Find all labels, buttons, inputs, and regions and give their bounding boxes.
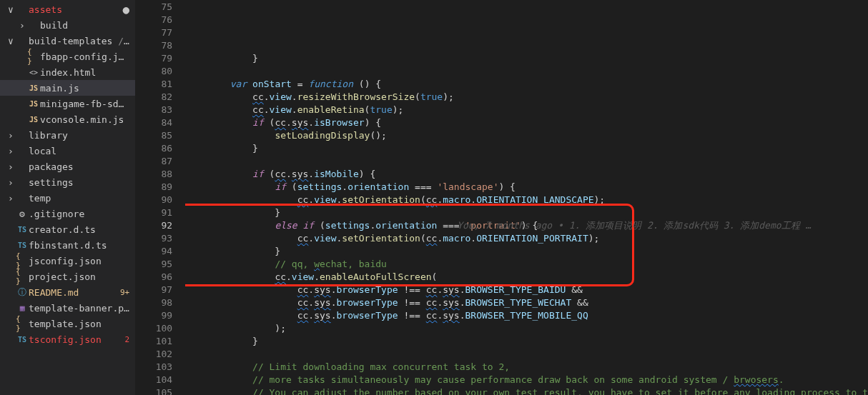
code-line[interactable]: var onStart = function () { [185, 78, 868, 91]
line-number: 87 [135, 155, 172, 168]
code-line[interactable]: } [185, 52, 868, 65]
tree-item-label: vconsole.min.js [40, 114, 129, 125]
code-area[interactable]: You, 7 months ago • 1. 添加项目说明 2. 添加sdk代码… [185, 0, 868, 395]
diamond-icon: <> [27, 69, 40, 76]
code-line[interactable]: } [185, 335, 868, 348]
tree-item[interactable]: TSfbinstant.d.ts [0, 237, 135, 253]
line-number: 93 [135, 232, 172, 245]
tree-item[interactable]: JSminigame-fb-sdk.js [0, 96, 135, 111]
chevron-icon: › [6, 130, 16, 141]
tree-item[interactable]: { }template.json [0, 316, 135, 331]
tree-item-label: fbapp-config.json [40, 51, 129, 62]
code-line[interactable]: ); [185, 322, 868, 335]
info-icon: ⓘ [16, 286, 29, 299]
file-explorer[interactable]: ∨assets●›build∨build-templates / fb-inst… [0, 0, 135, 395]
code-line[interactable]: cc.view.resizeWithBrowserSize(true); [185, 91, 868, 104]
code-line[interactable]: cc.sys.browserType !== cc.sys.BROWSER_TY… [185, 309, 868, 322]
line-number: 98 [135, 296, 172, 309]
js-icon: JS [27, 84, 40, 92]
line-number: 97 [135, 284, 172, 296]
tree-item[interactable]: ›settings [0, 174, 135, 190]
code-line[interactable]: setLoadingDisplay(); [185, 129, 868, 142]
line-number-gutter: 7576777879808182838485868788899091929394… [135, 0, 185, 395]
code-line[interactable]: cc.view.setOrientation(cc.macro.ORIENTAT… [185, 194, 868, 206]
code-line[interactable]: // Limit downloading max concurrent task… [185, 361, 868, 374]
line-number: 103 [135, 361, 172, 374]
line-number: 100 [135, 322, 172, 335]
tree-item[interactable]: ›temp [0, 190, 135, 206]
tree-item-label: creator.d.ts [29, 224, 129, 235]
line-number: 83 [135, 104, 172, 116]
line-number: 91 [135, 206, 172, 219]
code-line[interactable]: // You can adjust the number based on yo… [185, 386, 868, 395]
chevron-icon: ∨ [6, 4, 16, 15]
code-line[interactable]: } [185, 245, 868, 258]
line-number: 81 [135, 78, 172, 91]
tree-item-label: assets [29, 4, 123, 15]
code-line[interactable]: cc.sys.browserType !== cc.sys.BROWSER_TY… [185, 284, 868, 296]
code-line[interactable]: cc.sys.browserType !== cc.sys.BROWSER_TY… [185, 296, 868, 309]
tree-item[interactable]: { }jsconfig.json [0, 253, 135, 269]
code-line[interactable]: } [185, 142, 868, 155]
tree-item[interactable]: JSvconsole.min.js [0, 111, 135, 127]
chevron-icon: › [6, 177, 16, 188]
tree-item-label: temp [29, 193, 129, 204]
tree-item[interactable]: { }project.json [0, 269, 135, 284]
tree-item-badge: 2 [125, 335, 130, 344]
tree-item[interactable]: { }fbapp-config.json [0, 49, 135, 64]
code-line[interactable]: if (cc.sys.isBrowser) { [185, 116, 868, 129]
code-line[interactable]: cc.view.enableAutoFullScreen( [185, 271, 868, 284]
line-number: 90 [135, 194, 172, 206]
chevron-icon: › [17, 20, 27, 31]
line-number: 80 [135, 65, 172, 78]
code-line[interactable]: if (settings.orientation === 'landscape'… [185, 181, 868, 194]
tree-item-label: template-banner.png [29, 303, 129, 314]
tree-item-label: .gitignore [29, 209, 129, 219]
tree-item[interactable]: ⚙.gitignore [0, 206, 135, 221]
tree-item[interactable]: ∨assets● [0, 1, 135, 17]
tree-item[interactable]: ▦template-banner.png [0, 300, 135, 316]
tree-item[interactable]: ›library [0, 127, 135, 143]
line-number: 99 [135, 309, 172, 322]
tree-item-label: template.json [29, 319, 129, 329]
code-line[interactable] [185, 155, 868, 168]
code-line[interactable]: cc.view.enableRetina(true); [185, 104, 868, 116]
line-number: 104 [135, 374, 172, 386]
tree-item[interactable]: ›build [0, 17, 135, 33]
tree-item[interactable]: ⓘREADME.md9+ [0, 284, 135, 300]
line-number: 92 [135, 219, 172, 232]
tree-item-label: tsconfig.json [29, 334, 125, 345]
code-line[interactable]: cc.view.setOrientation(cc.macro.ORIENTAT… [185, 232, 868, 245]
brace-icon: { } [27, 47, 40, 66]
code-line[interactable] [185, 65, 868, 78]
line-number: 94 [135, 245, 172, 258]
line-number: 76 [135, 14, 172, 26]
line-number: 86 [135, 142, 172, 155]
tree-item-label: index.html [40, 67, 129, 78]
tree-item[interactable]: TStsconfig.json2 [0, 331, 135, 347]
line-number: 89 [135, 181, 172, 194]
tree-item[interactable]: TScreator.d.ts [0, 221, 135, 237]
tree-item-label: README.md [29, 287, 120, 298]
gear-icon: ⚙ [16, 209, 29, 219]
tree-item-label: library [29, 130, 129, 141]
code-line[interactable] [185, 348, 868, 361]
code-line[interactable]: // qq, wechat, baidu [185, 258, 868, 271]
tree-item[interactable]: ∨build-templates / fb-instant-games [0, 33, 135, 49]
line-number: 101 [135, 335, 172, 348]
tree-item[interactable]: ›local [0, 143, 135, 159]
line-number: 78 [135, 39, 172, 52]
editor[interactable]: 7576777879808182838485868788899091929394… [135, 0, 868, 395]
line-number: 105 [135, 386, 172, 395]
code-line[interactable]: } [185, 206, 868, 219]
tree-item[interactable]: JSmain.js [0, 80, 135, 96]
code-line[interactable]: if (cc.sys.isMobile) { [185, 168, 868, 181]
tree-item-label: project.json [29, 271, 129, 282]
tree-item[interactable]: ›packages [0, 159, 135, 174]
tree-item-badge: 9+ [120, 288, 129, 297]
code-line[interactable]: // more tasks simultaneously may cause p… [185, 374, 868, 386]
tree-item-label: jsconfig.json [29, 256, 129, 266]
tree-item-label: build [40, 20, 129, 31]
tree-item[interactable]: <>index.html [0, 64, 135, 80]
line-number: 75 [135, 1, 172, 14]
